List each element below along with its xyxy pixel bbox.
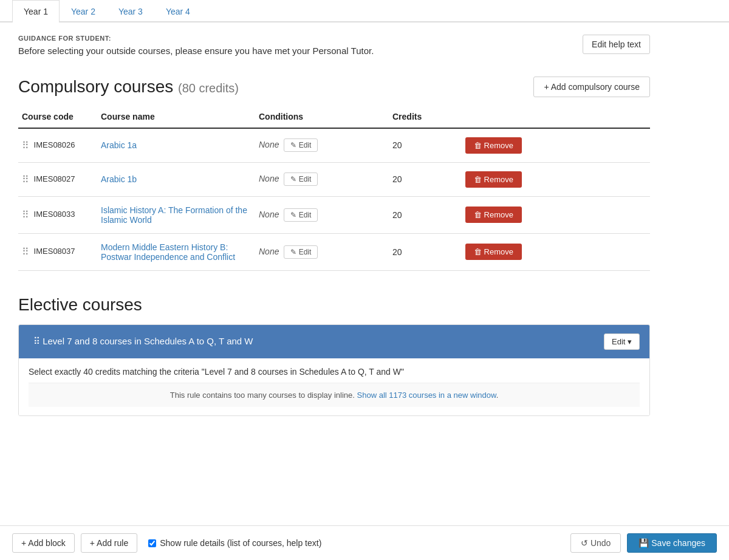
col-actions	[462, 107, 650, 128]
compulsory-header: Compulsory courses (80 credits) + Add co…	[18, 77, 650, 97]
actions-cell: 🗑 Remove	[462, 162, 650, 196]
course-code-cell: ⠿ IMES08026	[18, 128, 97, 163]
tab-year3[interactable]: Year 3	[107, 0, 154, 22]
condition-none-text: None	[259, 210, 279, 219]
col-credits: Credits	[389, 107, 462, 128]
edit-condition-button[interactable]: ✎ Edit	[284, 138, 318, 152]
col-name: Course name	[97, 107, 255, 128]
guidance-label: GUIDANCE FOR STUDENT:	[18, 35, 374, 42]
course-name-cell: Islamic History A: The Formation of the …	[97, 196, 255, 233]
footer-right: ↺ Undo 💾 Save changes	[570, 533, 717, 553]
main-content: GUIDANCE FOR STUDENT: Before selecting y…	[0, 22, 668, 428]
tab-year2[interactable]: Year 2	[60, 0, 107, 22]
guidance-text: GUIDANCE FOR STUDENT: Before selecting y…	[18, 35, 374, 58]
elective-block-header: ⠿ Level 7 and 8 courses in Schedules A t…	[19, 325, 649, 358]
drag-handle-icon: ⠿	[22, 140, 29, 151]
rule-note-suffix: .	[496, 391, 499, 400]
remove-course-button[interactable]: 🗑 Remove	[465, 171, 522, 188]
tabs-bar: Year 1 Year 2 Year 3 Year 4	[0, 0, 729, 22]
show-all-courses-link[interactable]: Show all 1173 courses in a new window	[357, 391, 496, 400]
conditions-cell: None ✎ Edit	[255, 233, 389, 270]
course-code-cell: ⠿ IMES08037	[18, 233, 97, 270]
actions-cell: 🗑 Remove	[462, 196, 650, 233]
compulsory-credits-badge: (80 credits)	[178, 81, 239, 95]
tab-year1[interactable]: Year 1	[12, 0, 60, 22]
remove-course-button[interactable]: 🗑 Remove	[465, 207, 522, 223]
course-name-cell: Arabic 1a	[97, 128, 255, 163]
credits-cell: 20	[389, 233, 462, 270]
guidance-section: GUIDANCE FOR STUDENT: Before selecting y…	[18, 35, 650, 58]
table-row: ⠿ IMES08027 Arabic 1b None ✎ Edit 20 🗑 R…	[18, 162, 650, 196]
edit-condition-button[interactable]: ✎ Edit	[284, 208, 318, 222]
elective-edit-button[interactable]: Edit ▾	[604, 333, 640, 350]
condition-none-text: None	[259, 247, 279, 256]
edit-condition-button[interactable]: ✎ Edit	[284, 172, 318, 186]
table-row: ⠿ IMES08037 Modern Middle Eastern Histor…	[18, 233, 650, 270]
course-code-cell: ⠿ IMES08027	[18, 162, 97, 196]
footer-bar: + Add block + Add rule Show rule details…	[0, 525, 729, 560]
remove-course-button[interactable]: 🗑 Remove	[465, 244, 522, 260]
table-row: ⠿ IMES08026 Arabic 1a None ✎ Edit 20 🗑 R…	[18, 128, 650, 163]
add-block-button[interactable]: + Add block	[12, 533, 75, 553]
show-rule-label[interactable]: Show rule details (list of courses, help…	[148, 538, 321, 548]
table-header-row: Course code Course name Conditions Credi…	[18, 107, 650, 128]
actions-cell: 🗑 Remove	[462, 128, 650, 163]
credits-cell: 20	[389, 162, 462, 196]
condition-none-text: None	[259, 174, 279, 183]
show-rule-checkbox[interactable]	[148, 539, 156, 547]
elective-block-title: ⠿ Level 7 and 8 courses in Schedules A t…	[33, 336, 604, 347]
conditions-cell: None ✎ Edit	[255, 128, 389, 163]
drag-handle-icon: ⠿	[22, 209, 29, 220]
credits-cell: 20	[389, 196, 462, 233]
guidance-body: Before selecting your outside courses, p…	[18, 44, 374, 58]
rule-note: This rule contains too many courses to d…	[29, 383, 640, 407]
actions-cell: 🗑 Remove	[462, 233, 650, 270]
course-code-cell: ⠿ IMES08033	[18, 196, 97, 233]
table-row: ⠿ IMES08033 Islamic History A: The Forma…	[18, 196, 650, 233]
edit-help-text-button[interactable]: Edit help text	[583, 35, 650, 54]
drag-handle-icon: ⠿	[22, 246, 29, 258]
elective-title: Elective courses	[18, 295, 650, 315]
remove-course-button[interactable]: 🗑 Remove	[465, 137, 522, 154]
compulsory-title: Compulsory courses (80 credits)	[18, 77, 239, 97]
conditions-cell: None ✎ Edit	[255, 196, 389, 233]
conditions-cell: None ✎ Edit	[255, 162, 389, 196]
credits-cell: 20	[389, 128, 462, 163]
course-name-cell: Arabic 1b	[97, 162, 255, 196]
col-conditions: Conditions	[255, 107, 389, 128]
elective-block-body: Select exactly 40 credits matching the c…	[19, 358, 649, 415]
elective-block: ⠿ Level 7 and 8 courses in Schedules A t…	[18, 324, 650, 416]
undo-button[interactable]: ↺ Undo	[570, 533, 621, 553]
course-name-cell: Modern Middle Eastern History B: Postwar…	[97, 233, 255, 270]
tab-year4[interactable]: Year 4	[154, 0, 202, 22]
elective-body-text: Select exactly 40 credits matching the c…	[29, 367, 640, 377]
rule-note-text: This rule contains too many courses to d…	[170, 391, 355, 400]
elective-section: Elective courses ⠿ Level 7 and 8 courses…	[18, 295, 650, 416]
save-changes-button[interactable]: 💾 Save changes	[627, 533, 717, 553]
add-rule-button[interactable]: + Add rule	[81, 533, 137, 553]
edit-condition-button[interactable]: ✎ Edit	[284, 245, 318, 259]
drag-handle-icon: ⠿	[22, 174, 29, 185]
courses-table: Course code Course name Conditions Credi…	[18, 107, 650, 271]
col-code: Course code	[18, 107, 97, 128]
show-rule-text: Show rule details (list of courses, help…	[160, 538, 321, 548]
condition-none-text: None	[259, 140, 279, 149]
add-compulsory-course-button[interactable]: + Add compulsory course	[533, 77, 650, 97]
page-wrapper: Year 1 Year 2 Year 3 Year 4 GUIDANCE FOR…	[0, 0, 729, 560]
